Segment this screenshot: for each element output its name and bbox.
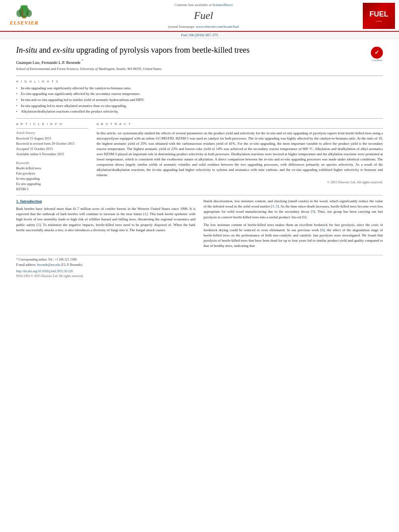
highlights-section: H I G H L I G H T S In-situ upgrading wa… [16, 79, 383, 114]
accepted-date: Accepted 31 October 2015 [16, 147, 88, 152]
main-content: ✓ CrossMark In-situ and ex-situ upgradin… [0, 39, 399, 284]
corresponding-note: * Corresponding author. Tel.: +1 206 221… [16, 257, 383, 262]
body-two-col: 1. Introduction Bark beetles have infest… [16, 199, 383, 251]
available-date: Available online 6 November 2015 [16, 152, 88, 157]
email-suffix: (F.L.P. Resende). [61, 263, 83, 267]
elsevier-brand-text: ELSEVIER [10, 19, 39, 27]
crossmark-icon: ✓ [371, 47, 383, 59]
body-left-col: 1. Introduction Bark beetles have infest… [16, 199, 195, 251]
keyword-4: Ex-situ upgrading [16, 182, 88, 187]
right-paragraph-1: bluish discoloration, low moisture conte… [204, 199, 383, 220]
abstract-exsitu-3: ex-situ [281, 157, 290, 161]
ref-3-5[interactable]: 3–5 [272, 204, 278, 208]
doi-line: http://dx.doi.org/10.1016/j.fuel.2015.10… [16, 269, 383, 274]
issn-text: 0016-2361/© 2015 Elsevier Ltd. All right… [16, 274, 383, 278]
info-divider [16, 128, 88, 129]
contents-available-text: Contents lists available at ScienceDirec… [44, 2, 363, 8]
svg-rect-5 [22, 9, 23, 16]
abstract-insitu-2: in-situ [255, 136, 264, 140]
authors-text: Guanqun Luo, Fernando L.P. Resende [16, 60, 80, 64]
revised-date: Received in revised form 29 October 2015 [16, 142, 88, 146]
history-section: Article history: Received 15 August 2015… [16, 131, 88, 157]
elsevier-tree-svg [10, 5, 38, 19]
sciencedirect-link[interactable]: ScienceDirect [212, 3, 232, 7]
email-line: E-mail address: fresende@uw.edu (F.L.P. … [16, 263, 383, 267]
keywords-label: Keywords: [16, 161, 88, 165]
healthy-word: healthy [214, 244, 225, 248]
highlight-item-4: In-situ upgrading led to more alkylated … [16, 103, 383, 109]
authors-line: Guanqun Luo, Fernando L.P. Resende * [16, 58, 383, 66]
fuel-logo-box: FUEL journal [363, 3, 395, 29]
keyword-3: In-situ upgrading [16, 177, 88, 181]
abstract-text: In this article, we systematically studi… [97, 131, 383, 178]
keyword-1: Beetle-killed trees [16, 166, 88, 171]
keyword-5: HZSM-5 [16, 187, 88, 192]
ref-6a[interactable]: 6 [303, 215, 305, 219]
corresponding-star: * [82, 59, 83, 63]
affiliation-text: School of Environmental and Forest Scien… [16, 67, 383, 72]
abstract-insitu-3: in-situ [264, 157, 273, 161]
highlight-item-1: In-situ upgrading was significantly affe… [16, 86, 383, 91]
email-address[interactable]: fresende@uw.edu [37, 263, 60, 267]
contents-label: Contents lists available at [174, 3, 211, 7]
homepage-label: journal homepage: [168, 25, 195, 29]
title-insitu: In-situ [16, 45, 37, 54]
title-exsitu: ex-situ [53, 45, 74, 54]
ref-2[interactable]: 2 [38, 223, 40, 227]
abstract-exsitu-2: ex-situ [249, 142, 259, 146]
abstract-insitu-4: in-situ [152, 168, 162, 172]
homepage-line: journal homepage: www.elsevier.com/locat… [44, 24, 363, 29]
keywords-section: Keywords: Beetle-killed trees Fast pyrol… [16, 161, 88, 192]
body-divider [16, 195, 383, 195]
history-content: Received 15 August 2015 Received in revi… [16, 136, 88, 157]
email-label: E-mail address: [16, 263, 36, 267]
abstract-heading: A B S T R A C T [97, 122, 383, 126]
abstract-exsitu-4: ex-situ [292, 168, 301, 172]
intro-paragraph-1: Bark beetles have infested more than 41.… [16, 206, 195, 232]
crossmark-container: ✓ CrossMark [371, 47, 383, 62]
right-paragraph-2: The low moisture content of beetle-kille… [204, 222, 383, 249]
ref-5[interactable]: 5 [312, 210, 314, 214]
highlight-item-3: In-situ and ex-situ upgrading led to sim… [16, 97, 383, 103]
article-info-col: A R T I C L E I N F O Article history: R… [16, 122, 88, 192]
journal-header: ELSEVIER Contents lists available at Sci… [0, 0, 399, 32]
highlight-item-5: Alkylation/dealkylation reactions contro… [16, 109, 383, 114]
article-title: In-situ and ex-situ upgrading of pyrolys… [16, 45, 383, 55]
body-right-col: bluish discoloration, low moisture conte… [204, 199, 383, 251]
history-label: Article history: [16, 131, 88, 135]
fuel-logo-text: FUEL [370, 9, 389, 19]
highlights-list: In-situ upgrading was significantly affe… [16, 86, 383, 114]
divider-1 [16, 76, 383, 76]
journal-name: Fuel [44, 8, 363, 23]
keyword-2: Fast pyrolysis [16, 171, 88, 176]
divider-2 [16, 118, 383, 119]
abstract-col: A B S T R A C T In this article, we syst… [97, 122, 383, 192]
abstract-exsitu-1: ex-situ [283, 131, 292, 135]
crossmark-label: CrossMark [371, 59, 383, 62]
citation-bar: Fuel 166 (2016) 367–375 [0, 32, 399, 39]
journal-center: Contents lists available at ScienceDirec… [44, 2, 363, 29]
homepage-url[interactable]: www.elsevier.com/locate/fuel [196, 25, 239, 29]
highlight-item-2: Ex-situ upgrading was significantly affe… [16, 91, 383, 97]
ref-1[interactable]: 1 [144, 212, 146, 216]
intro-heading: 1. Introduction [16, 199, 195, 204]
copyright-text: © 2015 Elsevier Ltd. All rights reserved… [97, 180, 383, 185]
ref-6b[interactable]: 6 [322, 228, 324, 232]
abstract-divider [97, 128, 383, 129]
title-connector: and [37, 45, 53, 54]
title-rest: upgrading of pyrolysis vapors from beetl… [74, 45, 249, 54]
abstract-insitu-1: in-situ [266, 131, 276, 135]
article-info-heading: A R T I C L E I N F O [16, 122, 88, 126]
elsevier-logo: ELSEVIER [4, 5, 44, 27]
doi-link[interactable]: http://dx.doi.org/10.1016/j.fuel.2015.10… [16, 269, 73, 273]
fuel-logo-subtitle: journal [376, 20, 382, 23]
highlights-heading: H I G H L I G H T S [16, 79, 383, 84]
page-footer: * Corresponding author. Tel.: +1 206 221… [16, 255, 383, 279]
received-date: Received 15 August 2015 [16, 136, 88, 141]
info-abstract-row: A R T I C L E I N F O Article history: R… [16, 122, 383, 192]
